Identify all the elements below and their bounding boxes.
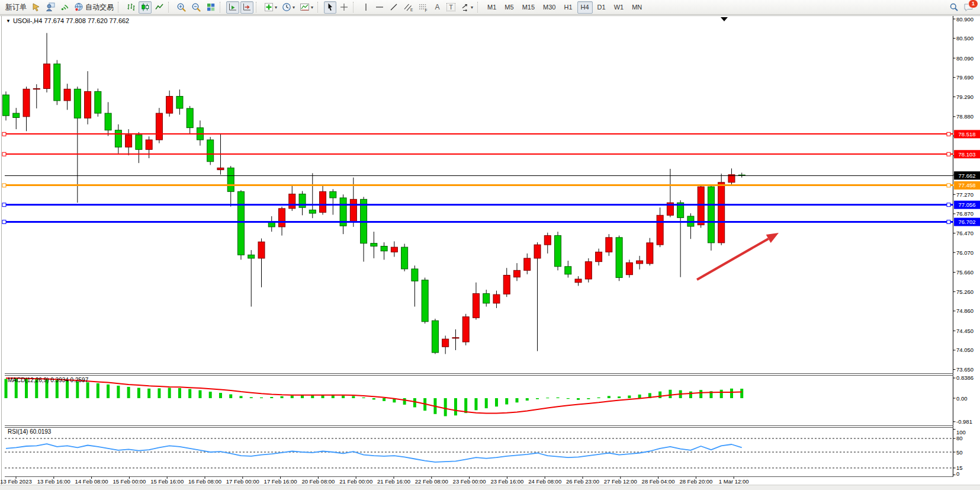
macd-bar <box>188 389 191 398</box>
macd-bar <box>567 398 570 399</box>
price-tick-label: 78.880 <box>956 113 973 120</box>
price-tick-label: 75.260 <box>956 289 973 295</box>
vertical-line-button[interactable] <box>359 1 372 14</box>
symbol-dropdown-icon: ▼ <box>6 18 11 24</box>
hline-77.458[interactable]: 77.458 <box>2 181 980 190</box>
crosshair-button[interactable] <box>338 1 351 14</box>
line-chart-button[interactable] <box>153 1 166 14</box>
bar-chart-button[interactable] <box>124 1 137 14</box>
macd-bar <box>454 398 457 415</box>
candle-down <box>207 140 214 162</box>
price-tick-label: 80.500 <box>956 35 973 41</box>
hline-76.702[interactable]: 76.702 <box>2 218 980 226</box>
macd-bar <box>127 387 130 398</box>
candle-up <box>514 270 520 277</box>
price-tick-label: 74.050 <box>956 347 973 353</box>
tab-timeframe-m15[interactable]: M15 <box>519 1 538 14</box>
zoom-out-button[interactable] <box>189 1 203 14</box>
tab-timeframe-m1[interactable]: M1 <box>484 1 500 14</box>
cursor-button[interactable] <box>324 1 336 14</box>
auto-scroll-button[interactable] <box>226 1 239 14</box>
arrows-button[interactable]: ▾ <box>458 1 475 14</box>
toolbar-separator <box>118 2 122 12</box>
signal-icon <box>60 2 69 12</box>
text-tool-icon: A <box>435 3 440 11</box>
auto-trading-button[interactable]: 自动交易 <box>72 1 115 14</box>
macd-bar <box>403 398 406 405</box>
chart-shift-marker[interactable] <box>721 17 728 21</box>
candle-down <box>616 238 622 278</box>
trendline-button[interactable] <box>387 1 400 14</box>
search-button[interactable] <box>947 1 960 14</box>
tab-timeframe-h4[interactable]: H4 <box>577 1 593 14</box>
candlestick-icon <box>140 2 150 12</box>
navigator-button[interactable] <box>44 1 57 14</box>
tab-timeframe-m5[interactable]: M5 <box>501 1 517 14</box>
svg-text:E: E <box>410 8 413 12</box>
hline-77.662[interactable]: 77.662 <box>5 171 980 180</box>
hline-77.056[interactable]: 77.056 <box>2 201 980 209</box>
zoom-in-button[interactable] <box>175 1 188 14</box>
text-label-icon: T <box>446 3 455 11</box>
fibonacci-button[interactable]: F <box>416 1 430 14</box>
tile-windows-button[interactable] <box>204 1 217 14</box>
macd-bar <box>239 396 242 398</box>
candle-up <box>279 209 285 227</box>
macd-bar <box>413 398 416 407</box>
equidistant-channel-button[interactable]: E <box>401 1 415 14</box>
tab-timeframe-w1[interactable]: W1 <box>611 1 628 14</box>
market-watch-button[interactable] <box>30 1 43 14</box>
tab-timeframe-d1[interactable]: D1 <box>594 1 609 14</box>
indicators-button[interactable]: ▾ <box>262 1 279 14</box>
macd-bar <box>198 390 201 398</box>
candlestick-chart-button[interactable] <box>139 1 152 14</box>
time-tick-label: 15 Feb 00:00 <box>113 478 146 485</box>
symbol-header[interactable]: ▼USOil-,H4 77.674 77.808 77.620 77.662 <box>6 17 129 24</box>
time-tick-label: 13 Feb 16:00 <box>37 478 70 485</box>
price-tick-label: 75.660 <box>956 269 973 276</box>
candle-up <box>33 89 40 89</box>
candle-down <box>432 321 438 353</box>
macd-bar <box>158 388 160 398</box>
time-tick-label: 14 Feb 08:00 <box>75 478 108 485</box>
horizontal-line-button[interactable] <box>373 1 386 14</box>
symbol-ohlc-text: USOil-,H4 77.674 77.808 77.620 77.662 <box>13 17 129 24</box>
chart-shift-button[interactable] <box>240 1 253 14</box>
crosshair-icon <box>339 2 349 12</box>
tab-timeframe-h1[interactable]: H1 <box>560 1 576 14</box>
svg-text:F: F <box>425 8 428 12</box>
tab-timeframe-m30[interactable]: M30 <box>539 1 559 14</box>
person-icon <box>46 2 55 12</box>
candle-up <box>217 168 224 169</box>
time-tick-label: 13 Feb 2023 <box>0 478 31 485</box>
candle-up <box>23 89 30 117</box>
macd-bar <box>76 382 79 398</box>
tab-timeframe-mn[interactable]: MN <box>628 1 645 14</box>
text-button[interactable]: A <box>431 1 444 14</box>
periods-button[interactable]: ▾ <box>280 1 297 14</box>
auto-trading-label: 自动交易 <box>85 2 114 12</box>
macd-bar <box>536 398 539 399</box>
price-badge-label: 76.702 <box>958 219 975 225</box>
chat-button[interactable]: 1 <box>962 1 975 14</box>
globe-icon <box>74 2 83 12</box>
new-order-label: 新订单 <box>5 2 27 12</box>
time-tick-label: 17 Feb 00:00 <box>226 478 259 485</box>
templates-button[interactable]: ▾ <box>298 1 315 14</box>
macd-bar <box>557 398 560 398</box>
candle-up <box>442 339 449 347</box>
candle-down <box>54 64 60 101</box>
toolbar-separator <box>317 2 322 12</box>
chevron-down-icon: ▾ <box>293 5 295 10</box>
signals-button[interactable] <box>58 1 71 14</box>
chart-canvas[interactable]: 80.90080.50080.09079.69079.29078.88078.4… <box>0 0 980 490</box>
candle-up <box>698 187 704 225</box>
candle-up <box>462 317 469 342</box>
text-label-button[interactable]: T <box>445 1 457 14</box>
toolbar: 新订单 自动交易 ▾ ▾ <box>0 0 980 15</box>
new-order-button[interactable]: 新订单 <box>2 1 28 14</box>
candle-down <box>555 236 561 267</box>
bar-chart-icon <box>126 2 136 12</box>
candle-up <box>350 199 356 222</box>
candle-down <box>227 168 234 191</box>
